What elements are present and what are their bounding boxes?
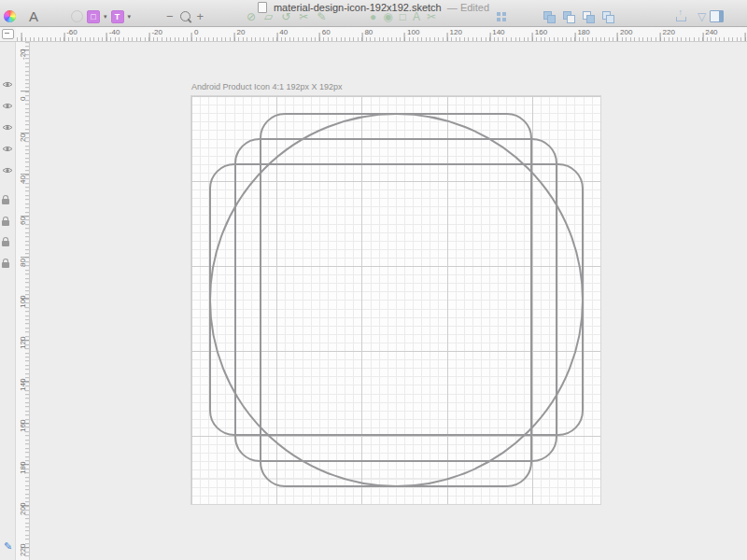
zoom-in-button[interactable]: + bbox=[197, 10, 204, 22]
v-ruler-label: 0 bbox=[19, 97, 27, 101]
layer-lock-icon[interactable] bbox=[2, 213, 9, 230]
ruler-horizontal-major-ticks bbox=[16, 33, 747, 41]
lock-icon bbox=[2, 241, 9, 246]
share-icon[interactable] bbox=[676, 11, 686, 21]
layer-visibility-eye-icon[interactable] bbox=[2, 97, 13, 114]
zoom-out-button[interactable]: − bbox=[166, 10, 174, 22]
lock-icon bbox=[2, 199, 9, 204]
h-ruler-label: 120 bbox=[450, 28, 462, 36]
v-ruler-label: 120 bbox=[19, 337, 27, 349]
ruler-options-icon[interactable] bbox=[2, 29, 14, 39]
toolbar-group-insert: □▾T▾ bbox=[71, 8, 131, 24]
vector-tool-icon[interactable]: ▱ bbox=[264, 11, 273, 22]
toolbar-group-boolean bbox=[543, 8, 614, 24]
oval-tool-icon[interactable]: ● bbox=[370, 11, 376, 22]
toolbar-group-zoom: −+ bbox=[166, 8, 204, 24]
pencil-tool-icon[interactable]: ✎ bbox=[317, 11, 326, 22]
no-fill-icon[interactable]: ⊘ bbox=[247, 11, 256, 22]
h-ruler-label: 180 bbox=[577, 28, 589, 36]
toggle-panels-icon[interactable] bbox=[710, 10, 724, 22]
layer-visibility-eye-icon[interactable] bbox=[2, 76, 13, 92]
toolbar-group-file: A bbox=[4, 8, 38, 24]
h-ruler-label: 240 bbox=[705, 28, 717, 36]
shape-oval-icon[interactable] bbox=[71, 10, 83, 22]
ruler-corner bbox=[0, 27, 16, 42]
v-ruler-label: 20 bbox=[19, 133, 27, 142]
h-ruler-label: 60 bbox=[322, 28, 331, 36]
h-ruler-label: 160 bbox=[535, 28, 547, 36]
window-toolbar: material-design-icon-192x192.sketch — Ed… bbox=[0, 0, 747, 27]
v-ruler-label: 60 bbox=[19, 217, 27, 225]
canvas[interactable]: Android Product Icon 4:1 192px X 192px bbox=[30, 42, 747, 560]
rotate-icon[interactable]: ↺ bbox=[281, 11, 290, 22]
h-ruler-label: -40 bbox=[109, 28, 120, 36]
difference-icon[interactable] bbox=[602, 11, 614, 22]
layer-visibility-eye-icon[interactable] bbox=[2, 161, 13, 178]
spiral-tool-icon[interactable]: ◉ bbox=[383, 11, 392, 22]
insert-text-caret-icon[interactable]: ▾ bbox=[128, 13, 132, 20]
v-ruler-label: -20 bbox=[19, 49, 27, 60]
color-picker-icon[interactable] bbox=[4, 10, 16, 22]
union-icon[interactable] bbox=[543, 11, 556, 22]
toolbar-group-share: ▽ bbox=[676, 8, 706, 24]
v-ruler-label: 160 bbox=[19, 420, 27, 432]
h-ruler-label: -60 bbox=[66, 28, 78, 36]
insert-shape-caret-icon[interactable]: ▾ bbox=[104, 13, 107, 20]
h-ruler-label: 100 bbox=[407, 28, 419, 36]
h-ruler-label: 80 bbox=[364, 28, 373, 36]
keyline-circle[interactable] bbox=[209, 113, 584, 487]
h-ruler-label: -20 bbox=[151, 28, 162, 36]
insert-text-icon[interactable]: T bbox=[111, 10, 124, 23]
v-ruler-label: 100 bbox=[19, 296, 27, 308]
edit-pencil-icon: ✎ bbox=[4, 540, 12, 553]
layer-toggle-strip: ✎ bbox=[0, 42, 16, 560]
h-ruler-label: 0 bbox=[194, 28, 198, 36]
grid-view-icon[interactable] bbox=[497, 12, 500, 16]
text-tool-icon[interactable]: A bbox=[413, 11, 420, 22]
h-ruler-label: 40 bbox=[279, 28, 288, 36]
toolbar-group-draw: ●◉□A✂ bbox=[370, 8, 436, 24]
subtract-icon[interactable] bbox=[563, 11, 575, 22]
h-ruler-label: 200 bbox=[620, 28, 632, 36]
artboard-wrapper: Android Product Icon 4:1 192px X 192px bbox=[191, 82, 600, 504]
scissors-icon[interactable]: ✂ bbox=[299, 11, 308, 22]
layer-visibility-eye-icon[interactable] bbox=[2, 119, 13, 135]
v-ruler-label: 220 bbox=[19, 544, 27, 556]
artboard-title[interactable]: Android Product Icon 4:1 192px X 192px bbox=[191, 82, 600, 96]
intersect-icon[interactable] bbox=[583, 11, 595, 22]
layer-visibility-eye-icon[interactable] bbox=[2, 140, 13, 157]
v-ruler-label: 80 bbox=[19, 259, 27, 267]
v-ruler-label: 180 bbox=[19, 461, 27, 473]
toolbar-group-edit: ⊘▱↺✂✎ bbox=[247, 8, 326, 24]
h-ruler-label: 220 bbox=[663, 28, 675, 36]
lock-icon bbox=[2, 262, 9, 268]
layer-lock-icon[interactable] bbox=[2, 255, 9, 272]
artboard[interactable] bbox=[191, 96, 600, 504]
insert-shape-icon[interactable]: □ bbox=[87, 10, 100, 23]
ruler-horizontal[interactable]: -60-40-200204060801001201401601802002202… bbox=[16, 27, 747, 42]
h-ruler-label: 20 bbox=[237, 28, 246, 36]
h-ruler-label: 140 bbox=[492, 28, 504, 36]
export-icon[interactable]: ▽ bbox=[698, 11, 706, 22]
v-ruler-label: 200 bbox=[19, 503, 27, 515]
text-format-icon[interactable]: A bbox=[29, 9, 38, 23]
rectangle-tool-icon[interactable]: □ bbox=[400, 11, 406, 22]
toolbar-group-panels bbox=[710, 8, 724, 24]
layer-lock-icon[interactable] bbox=[2, 233, 9, 250]
toolbar-group-view bbox=[497, 8, 500, 24]
layer-lock-icon[interactable] bbox=[2, 191, 9, 208]
ruler-vertical[interactable]: -20020406080100120140160180200220 bbox=[16, 42, 30, 560]
magnifier-icon[interactable] bbox=[180, 11, 190, 21]
v-ruler-label: 140 bbox=[19, 378, 27, 390]
lock-icon bbox=[2, 220, 9, 226]
v-ruler-label: 40 bbox=[19, 175, 27, 184]
slice-tool-icon[interactable]: ✂ bbox=[427, 11, 436, 22]
